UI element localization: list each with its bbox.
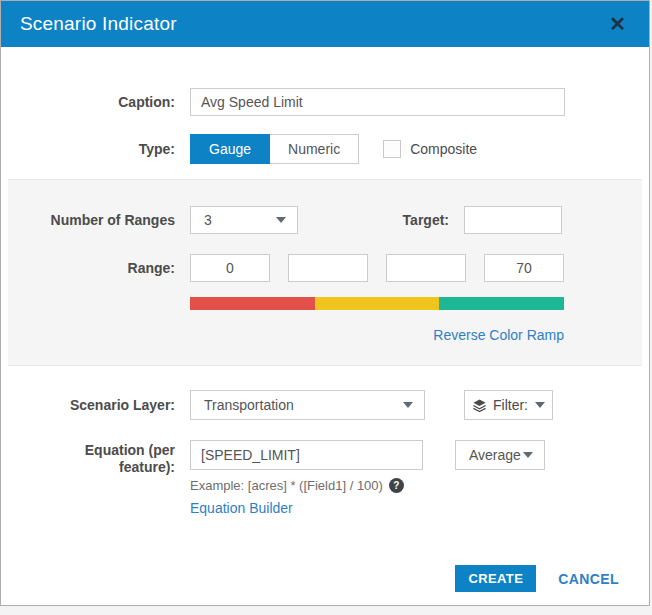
composite-label: Composite: [410, 141, 477, 157]
chevron-down-icon: [523, 452, 533, 458]
aggregation-value: Average: [469, 447, 521, 463]
reverse-color-ramp-link[interactable]: Reverse Color Ramp: [433, 327, 564, 343]
scenario-layer-row: Scenario Layer: Transportation Filter:: [1, 390, 649, 420]
range-input-2[interactable]: [288, 254, 368, 282]
filter-button[interactable]: Filter:: [464, 390, 553, 420]
reverse-ramp-row: Reverse Color Ramp: [190, 326, 564, 344]
color-ramp-segment-red: [190, 297, 315, 310]
equation-example-row: Example: [acres] * ([Field1] / 100) ?: [190, 478, 545, 493]
composite-checkbox[interactable]: [383, 140, 401, 158]
caption-input[interactable]: [190, 88, 565, 116]
target-input[interactable]: [464, 206, 562, 234]
color-ramp-segment-yellow: [315, 297, 440, 310]
aggregation-select[interactable]: Average: [455, 440, 545, 470]
equation-example-text: Example: [acres] * ([Field1] / 100): [190, 478, 383, 493]
color-ramp: [190, 297, 564, 310]
scenario-layer-label: Scenario Layer:: [1, 397, 175, 413]
range-input-3[interactable]: [386, 254, 466, 282]
number-of-ranges-value: 3: [204, 212, 212, 228]
help-icon[interactable]: ?: [389, 478, 404, 493]
type-toggle: Gauge Numeric: [190, 134, 359, 164]
scenario-indicator-dialog: Scenario Indicator ✕ Caption: Type: Gaug…: [0, 0, 650, 606]
number-of-ranges-label: Number of Ranges: [8, 212, 175, 228]
chevron-down-icon: [535, 402, 545, 408]
dialog-header: Scenario Indicator ✕: [1, 1, 649, 47]
range-label: Range:: [8, 260, 175, 276]
dialog-title: Scenario Indicator: [20, 13, 177, 35]
filter-label: Filter:: [493, 397, 528, 413]
equation-input[interactable]: [190, 440, 423, 470]
scenario-layer-select[interactable]: Transportation: [190, 390, 425, 420]
close-icon[interactable]: ✕: [605, 12, 630, 36]
chevron-down-icon: [403, 402, 413, 408]
range-row: Range:: [8, 254, 642, 282]
chevron-down-icon: [276, 217, 286, 223]
caption-label: Caption:: [1, 94, 175, 110]
range-input-1[interactable]: [190, 254, 270, 282]
type-label: Type:: [1, 141, 175, 157]
layers-icon: [472, 398, 487, 413]
equation-row: Equation (perfeature): Average Example: …: [1, 440, 649, 516]
type-row: Type: Gauge Numeric Composite: [1, 134, 649, 164]
number-of-ranges-select[interactable]: 3: [190, 206, 298, 234]
target-label: Target:: [403, 212, 449, 228]
ranges-panel: Number of Ranges 3 Target: Range: Revers…: [8, 179, 642, 366]
caption-row: Caption:: [1, 88, 649, 116]
type-gauge-button[interactable]: Gauge: [190, 134, 270, 164]
equation-column: Average Example: [acres] * ([Field1] / 1…: [190, 440, 545, 516]
equation-builder-link[interactable]: Equation Builder: [190, 500, 545, 516]
scenario-layer-value: Transportation: [204, 397, 294, 413]
dialog-footer: CREATE CANCEL: [455, 565, 649, 592]
cancel-button[interactable]: CANCEL: [558, 571, 619, 587]
type-numeric-button[interactable]: Numeric: [270, 134, 359, 164]
equation-label: Equation (perfeature):: [1, 440, 175, 476]
create-button[interactable]: CREATE: [455, 565, 536, 592]
color-ramp-segment-green: [439, 297, 564, 310]
number-of-ranges-row: Number of Ranges 3 Target:: [8, 206, 642, 234]
range-input-4[interactable]: [484, 254, 564, 282]
